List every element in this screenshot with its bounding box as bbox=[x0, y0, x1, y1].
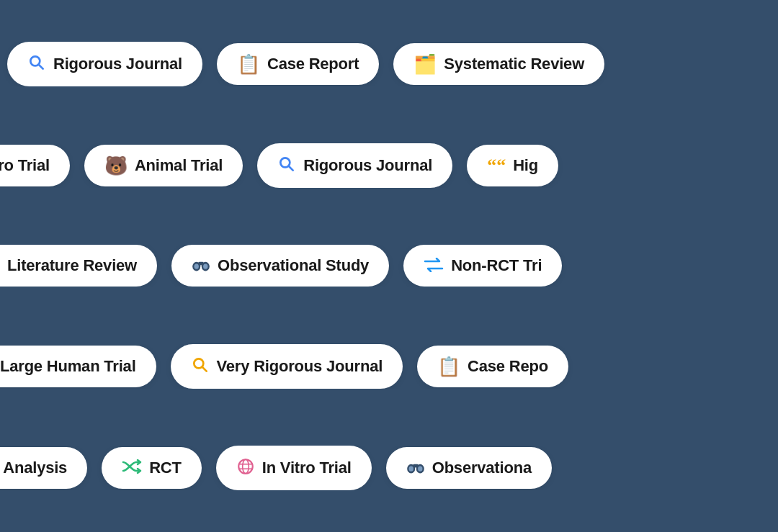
svg-line-10 bbox=[202, 367, 206, 371]
shuffle-icon bbox=[122, 459, 142, 477]
chip-label-large-human-1: Large Human Trial bbox=[0, 357, 136, 376]
svg-point-8 bbox=[203, 264, 207, 269]
case-report-icon: 📋 bbox=[237, 55, 260, 73]
chip-label-case-report-1: Case Report bbox=[267, 55, 359, 73]
search-icon-3 bbox=[191, 356, 210, 377]
chip-case-report-1[interactable]: 📋Case Report bbox=[217, 43, 379, 85]
row-3: 📄Literature Review Observational Study N… bbox=[0, 245, 778, 287]
chip-very-rigorous-1[interactable]: Very Rigorous Journal bbox=[171, 344, 403, 389]
chip-label-high-1: Hig bbox=[513, 156, 538, 175]
search-icon bbox=[27, 53, 46, 75]
svg-point-7 bbox=[194, 264, 199, 269]
chip-observational-2[interactable]: Observationa bbox=[386, 447, 552, 489]
search-icon-2 bbox=[277, 155, 296, 176]
folder-icon: 🗂️ bbox=[413, 55, 437, 73]
chip-label-rigorous-journal-2: Rigorous Journal bbox=[303, 156, 432, 175]
svg-line-1 bbox=[39, 64, 43, 68]
chip-label-rigorous-journal-1: Rigorous Journal bbox=[53, 55, 182, 73]
svg-rect-6 bbox=[198, 262, 204, 266]
binoculars-icon bbox=[192, 256, 210, 275]
svg-point-19 bbox=[418, 466, 422, 472]
svg-rect-17 bbox=[413, 464, 419, 468]
chip-label-very-rigorous-1: Very Rigorous Journal bbox=[217, 357, 383, 376]
transfer-icon bbox=[424, 256, 444, 275]
chip-observational-study-1[interactable]: Observational Study bbox=[171, 245, 389, 287]
chip-literature-review-1[interactable]: 📄Literature Review bbox=[0, 245, 157, 287]
quote-icon: ““ bbox=[487, 156, 506, 175]
chip-label-rct-1: RCT bbox=[149, 459, 182, 477]
chip-label-animal-trial-1: Animal Trial bbox=[135, 156, 223, 175]
chip-rct-1[interactable]: RCT bbox=[102, 447, 202, 489]
chip-rigorous-journal-1[interactable]: Rigorous Journal bbox=[7, 42, 202, 86]
svg-point-18 bbox=[408, 466, 413, 472]
chip-case-report-2[interactable]: 📋Case Repo bbox=[417, 346, 568, 387]
chip-label-observational-study-1: Observational Study bbox=[218, 256, 369, 275]
svg-point-11 bbox=[238, 460, 253, 474]
animal-icon: 🐻 bbox=[104, 156, 128, 175]
chip-high-1[interactable]: ““Hig bbox=[467, 145, 558, 186]
chip-large-human-1[interactable]: 🏛️Large Human Trial bbox=[0, 346, 156, 387]
row-4: 🏛️Large Human Trial Very Rigorous Journa… bbox=[0, 344, 778, 389]
chip-label-observational-2: Observationa bbox=[432, 459, 532, 477]
globe-icon bbox=[236, 457, 255, 479]
chip-label-non-rct-1: Non-RCT Tri bbox=[451, 256, 542, 275]
chip-label-meta-analysis-1: ta Analysis bbox=[0, 459, 67, 477]
chip-label-systematic-review-1: Systematic Review bbox=[444, 55, 584, 73]
main-grid: Rigorous Journal📋Case Report🗂️Systematic… bbox=[0, 0, 778, 532]
chip-label-case-report-2: Case Repo bbox=[468, 357, 548, 376]
chip-systematic-review-1[interactable]: 🗂️Systematic Review bbox=[393, 43, 604, 85]
chip-label-literature-review-1: Literature Review bbox=[7, 256, 137, 275]
chip-non-rct-1[interactable]: Non-RCT Tri bbox=[403, 245, 562, 287]
chip-rigorous-journal-2[interactable]: Rigorous Journal bbox=[257, 143, 452, 188]
svg-line-3 bbox=[289, 166, 293, 171]
row-5: 📊ta Analysis RCT In Vitro Trial Observat… bbox=[0, 446, 778, 490]
case-report-icon-2: 📋 bbox=[437, 357, 460, 376]
chip-animal-trial-1[interactable]: 🐻Animal Trial bbox=[84, 145, 243, 186]
chip-vitro-trial-1[interactable]: 🧪tro Trial bbox=[0, 145, 70, 186]
row-1: Rigorous Journal📋Case Report🗂️Systematic… bbox=[0, 42, 778, 86]
chip-in-vitro-1[interactable]: In Vitro Trial bbox=[216, 446, 372, 490]
row-2: 🧪tro Trial🐻Animal Trial Rigorous Journal… bbox=[0, 143, 778, 188]
chip-label-vitro-trial-1: tro Trial bbox=[0, 156, 50, 175]
chip-label-in-vitro-1: In Vitro Trial bbox=[262, 459, 352, 477]
binoculars-icon-2 bbox=[406, 459, 425, 477]
svg-point-12 bbox=[242, 460, 249, 474]
chip-meta-analysis-1[interactable]: 📊ta Analysis bbox=[0, 447, 87, 489]
